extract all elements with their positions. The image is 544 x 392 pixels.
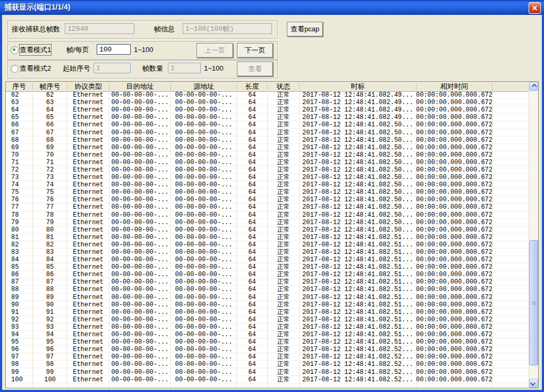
table-cell: 00:00:00.000.000.672 — [416, 144, 492, 151]
table-cell: 2017-08-12 12:48:41.082.50... — [300, 121, 416, 129]
table-row[interactable]: 9999Ethernet00-00-00-00-...00-00-00-00-.… — [6, 368, 529, 376]
table-row[interactable]: 9292Ethernet00-00-00-00-...00-00-00-00-.… — [6, 316, 529, 323]
table-row[interactable]: 8484Ethernet00-00-00-00-...00-00-00-00-.… — [6, 256, 529, 263]
table-row[interactable]: 8989Ethernet00-00-00-00-...00-00-00-00-.… — [6, 294, 529, 301]
table-cell: 00:00:00.000.000.672 — [416, 181, 492, 189]
table-row[interactable]: 9595Ethernet00-00-00-00-...00-00-00-00-.… — [6, 338, 529, 346]
frames-per-page-input[interactable] — [97, 44, 131, 55]
table-row[interactable]: 9696Ethernet00-00-00-00-...00-00-00-00-.… — [6, 346, 529, 353]
table-row[interactable]: 8787Ethernet00-00-00-00-...00-00-00-00-.… — [6, 278, 529, 286]
table-cell: 2017-08-12 12:48:41.082.50... — [300, 166, 416, 174]
table-cell: 86 — [33, 271, 67, 278]
table-cell: 72 — [33, 166, 67, 174]
scrollbar-thumb[interactable] — [529, 240, 538, 365]
table-row[interactable]: 6969Ethernet00-00-00-00-...00-00-00-00-.… — [6, 144, 529, 151]
table-row[interactable]: 8686Ethernet00-00-00-00-...00-00-00-00-.… — [6, 271, 529, 278]
window-title: 捕获显示(端口1/1/4) — [0, 3, 70, 12]
table-cell: 00-00-00-00-... — [171, 226, 237, 234]
table-row[interactable]: 7979Ethernet00-00-00-00-...00-00-00-00-.… — [6, 219, 529, 226]
table-row[interactable]: 7474Ethernet00-00-00-00-...00-00-00-00-.… — [6, 181, 529, 189]
table-cell: 79 — [33, 219, 67, 226]
table-cell: 64 — [237, 241, 268, 249]
table-cell: 00:00:00.000.000.672 — [416, 331, 492, 338]
table-cell: 95 — [33, 338, 67, 346]
table-row[interactable]: 9393Ethernet00-00-00-00-...00-00-00-00-.… — [6, 323, 529, 331]
table-cell: 64 — [237, 316, 268, 323]
table-row[interactable]: 8888Ethernet00-00-00-00-...00-00-00-00-.… — [6, 286, 529, 293]
close-button[interactable] — [529, 2, 541, 14]
table-cell: 64 — [237, 203, 268, 211]
table-row[interactable]: 6666Ethernet00-00-00-00-...00-00-00-00-.… — [6, 121, 529, 129]
table-cell: 00-00-00-00-... — [171, 331, 237, 338]
table-cell: 90 — [6, 301, 33, 309]
table-cell: 2017-08-12 12:48:41.082.50... — [300, 189, 416, 196]
table-row[interactable]: 7676Ethernet00-00-00-00-...00-00-00-00-.… — [6, 196, 529, 203]
next-page-button[interactable]: 下一页 — [237, 43, 273, 58]
table-cell: 2017-08-12 12:48:41.082.52... — [300, 376, 416, 384]
table-cell: Ethernet — [67, 99, 109, 106]
table-cell: 00-00-00-00-... — [109, 189, 171, 196]
table-row[interactable]: 9191Ethernet00-00-00-00-...00-00-00-00-.… — [6, 309, 529, 316]
table-row[interactable]: 8080Ethernet00-00-00-00-...00-00-00-00-.… — [6, 226, 529, 234]
table-row[interactable]: 7272Ethernet00-00-00-00-...00-00-00-00-.… — [6, 166, 529, 174]
table-cell — [237, 384, 268, 388]
mode1-radio-label[interactable]: 查看模式1 — [20, 45, 51, 55]
title-bar[interactable]: 捕获显示(端口1/1/4) — [0, 0, 544, 15]
prev-page-button: 上一页 — [197, 43, 233, 58]
mode2-radio[interactable] — [11, 65, 19, 73]
capture-table: 序号 帧序号 协议类型 目的地址 源地址 长度 状态 时标 相对时间 6262E… — [5, 81, 539, 388]
table-cell: Ethernet — [67, 151, 109, 159]
table-cell: Ethernet — [67, 376, 109, 384]
header-seq: 序号 — [6, 83, 33, 90]
table-cell: 68 — [6, 137, 33, 144]
table-cell: Ethernet — [67, 181, 109, 189]
table-cell: 2017-08-12 12:48:41.082.51... — [300, 241, 416, 249]
table-cell: 00-00-00-00-... — [109, 309, 171, 316]
table-row[interactable]: 8181Ethernet00-00-00-00-...00-00-00-00-.… — [6, 234, 529, 241]
table-row[interactable]: 8282Ethernet00-00-00-00-...00-00-00-00-.… — [6, 241, 529, 249]
table-cell: Ethernet — [67, 241, 109, 249]
table-cell: 64 — [237, 331, 268, 338]
table-cell: 正常 — [268, 226, 300, 234]
table-row[interactable]: 6868Ethernet00-00-00-00-...00-00-00-00-.… — [6, 137, 529, 144]
table-cell: 64 — [237, 121, 268, 129]
table-cell — [492, 121, 529, 129]
scroll-up-button[interactable] — [529, 82, 538, 91]
table-row[interactable]: 9898Ethernet00-00-00-00-...00-00-00-00-.… — [6, 361, 529, 368]
vertical-scrollbar[interactable] — [529, 82, 538, 388]
table-row[interactable]: 6363Ethernet00-00-00-00-...00-00-00-00-.… — [6, 99, 529, 106]
table-cell: 00-00-00-00-... — [109, 286, 171, 293]
table-row[interactable]: 7070Ethernet00-00-00-00-...00-00-00-00-.… — [6, 151, 529, 159]
table-cell: 00-00-00-00-... — [109, 376, 171, 384]
table-cell: 00-00-00-00-... — [171, 219, 237, 226]
scroll-down-button[interactable] — [529, 379, 538, 388]
table-row[interactable]: 6464Ethernet00-00-00-00-...00-00-00-00-.… — [6, 106, 529, 114]
table-cell: 00:00:00.000.000.672 — [416, 376, 492, 384]
table-row[interactable]: 7373Ethernet00-00-00-00-...00-00-00-00-.… — [6, 174, 529, 181]
table-row[interactable]: 7777Ethernet00-00-00-00-...00-00-00-00-.… — [6, 203, 529, 211]
table-row[interactable]: 6565Ethernet00-00-00-00-...00-00-00-00-.… — [6, 114, 529, 121]
mode1-radio[interactable] — [11, 46, 19, 54]
table-row[interactable]: 6262Ethernet00-00-00-00-...00-00-00-00-.… — [6, 91, 529, 99]
view-pcap-button[interactable]: 查看pcap — [287, 22, 323, 37]
table-cell: 97 — [6, 353, 33, 361]
table-cell: 00:00:00.000.000.672 — [416, 256, 492, 263]
table-row[interactable]: 7171Ethernet00-00-00-00-...00-00-00-00-.… — [6, 159, 529, 166]
table-row[interactable]: 9797Ethernet00-00-00-00-...00-00-00-00-.… — [6, 353, 529, 361]
table-row[interactable]: 9494Ethernet00-00-00-00-...00-00-00-00-.… — [6, 331, 529, 338]
table-body: 6262Ethernet00-00-00-00-...00-00-00-00-.… — [6, 91, 529, 388]
table-row[interactable]: 8383Ethernet00-00-00-00-...00-00-00-00-.… — [6, 249, 529, 256]
table-cell: 00-00-00-00-... — [109, 151, 171, 159]
table-cell — [492, 159, 529, 166]
table-cell: 81 — [33, 234, 67, 241]
table-row[interactable]: 100100Ethernet00-00-00-00-...00-00-00-00… — [6, 376, 529, 384]
table-cell — [109, 384, 171, 388]
table-row[interactable]: 6767Ethernet00-00-00-00-...00-00-00-00-.… — [6, 129, 529, 136]
table-row[interactable]: 7575Ethernet00-00-00-00-...00-00-00-00-.… — [6, 189, 529, 196]
table-cell: 64 — [237, 346, 268, 353]
mode2-radio-label[interactable]: 查看模式2 — [20, 63, 51, 74]
table-row[interactable]: 8585Ethernet00-00-00-00-...00-00-00-00-.… — [6, 263, 529, 271]
table-row[interactable]: 7878Ethernet00-00-00-00-...00-00-00-00-.… — [6, 211, 529, 219]
table-row[interactable]: 9090Ethernet00-00-00-00-...00-00-00-00-.… — [6, 301, 529, 309]
table-cell: 00:00:00.000.000.672 — [416, 159, 492, 166]
